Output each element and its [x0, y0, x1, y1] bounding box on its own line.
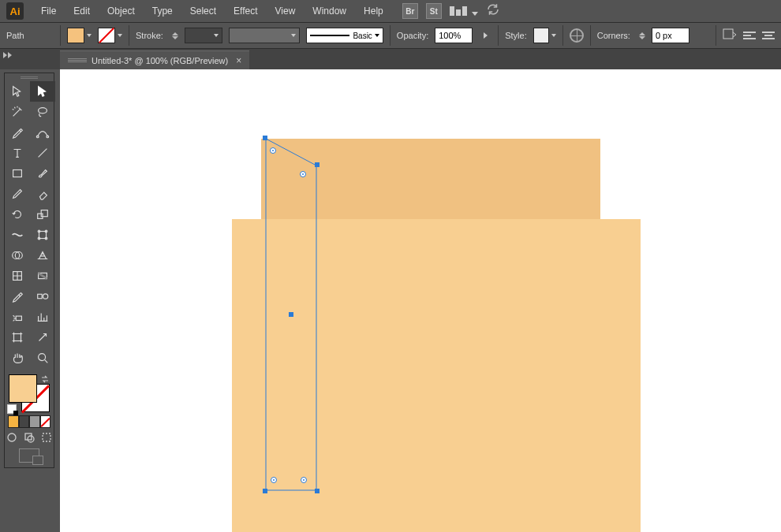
anchor-point[interactable]: [263, 489, 267, 493]
anchor-point[interactable]: [315, 489, 320, 493]
paintbrush-tool[interactable]: [30, 163, 55, 184]
menu-help[interactable]: Help: [356, 2, 391, 20]
menu-file[interactable]: File: [33, 2, 64, 20]
corners-label: Corners:: [597, 31, 630, 40]
symbol-sprayer-tool[interactable]: [5, 307, 30, 327]
svg-point-1: [39, 108, 47, 113]
anchor-point[interactable]: [315, 162, 320, 167]
tools-panel: [4, 73, 54, 468]
lasso-tool[interactable]: [30, 102, 55, 122]
zoom-tool[interactable]: [30, 348, 55, 368]
tab-grip-icon: [68, 58, 87, 63]
menu-effect[interactable]: Effect: [226, 2, 265, 20]
variable-width-profile-dropdown[interactable]: [229, 28, 300, 43]
mesh-tool[interactable]: [5, 266, 30, 286]
live-corner-widget[interactable]: [300, 171, 306, 177]
color-mode-color[interactable]: [8, 415, 19, 428]
menu-type[interactable]: Type: [144, 2, 181, 20]
menu-object[interactable]: Object: [99, 2, 143, 20]
swap-fill-stroke-icon[interactable]: [40, 373, 50, 382]
eyedropper-tool[interactable]: [5, 286, 30, 307]
center-point[interactable]: [289, 312, 293, 317]
svg-point-21: [8, 433, 16, 441]
fill-swatch[interactable]: [67, 28, 92, 43]
stock-button[interactable]: St: [426, 3, 442, 19]
stroke-weight-dropdown[interactable]: [185, 28, 222, 43]
arrange-documents-button[interactable]: [450, 6, 478, 16]
menu-select[interactable]: Select: [182, 2, 224, 20]
color-mode-gray[interactable]: [29, 415, 40, 428]
column-graph-tool[interactable]: [30, 307, 55, 327]
blend-tool[interactable]: [30, 286, 55, 307]
perspective-grid-tool[interactable]: [30, 245, 55, 266]
corners-stepper[interactable]: [639, 32, 645, 39]
menu-edit[interactable]: Edit: [65, 2, 98, 20]
opacity-field[interactable]: 100%: [435, 28, 473, 43]
expand-panels-button[interactable]: [0, 49, 14, 61]
stroke-weight-stepper[interactable]: [172, 32, 178, 39]
svg-point-20: [39, 354, 46, 361]
align-center-button[interactable]: [762, 29, 775, 42]
artboard-tool[interactable]: [5, 327, 30, 348]
isolate-button[interactable]: [723, 28, 737, 43]
pen-tool[interactable]: [5, 122, 30, 143]
stroke-swatch[interactable]: [98, 28, 122, 43]
svg-rect-16: [38, 294, 42, 298]
live-corner-widget[interactable]: [270, 147, 276, 154]
rectangle-tool[interactable]: [5, 163, 30, 184]
magic-wand-tool[interactable]: [5, 102, 30, 122]
gradient-tool[interactable]: [30, 266, 55, 286]
draw-behind-icon[interactable]: [23, 431, 36, 444]
bridge-button[interactable]: Br: [402, 3, 418, 19]
width-tool[interactable]: [5, 225, 30, 245]
document-tab[interactable]: Untitled-3* @ 100% (RGB/Preview) ×: [60, 50, 249, 69]
live-corner-widget[interactable]: [301, 477, 307, 483]
fill-color-swatch[interactable]: [9, 374, 37, 403]
menu-view[interactable]: View: [267, 2, 304, 20]
menu-bar: Ai File Edit Object Type Select Effect V…: [0, 0, 781, 22]
curvature-tool[interactable]: [30, 122, 55, 143]
opacity-label: Opacity:: [397, 31, 428, 40]
sync-settings-icon[interactable]: [486, 2, 500, 20]
recolor-artwork-icon[interactable]: [570, 28, 584, 43]
align-left-button[interactable]: [743, 29, 756, 42]
close-tab-button[interactable]: ×: [236, 55, 241, 66]
style-label: Style:: [505, 31, 527, 40]
brush-definition-dropdown[interactable]: Basic: [306, 28, 383, 43]
free-transform-tool[interactable]: [30, 225, 55, 245]
hand-tool[interactable]: [5, 348, 30, 368]
corners-field[interactable]: 0 px: [652, 28, 689, 43]
canvas[interactable]: [60, 69, 781, 532]
fill-stroke-control[interactable]: [7, 373, 51, 414]
line-segment-tool[interactable]: [30, 143, 55, 163]
shape-builder-tool[interactable]: [5, 245, 30, 266]
type-tool[interactable]: [5, 143, 30, 163]
document-tab-bar: Untitled-3* @ 100% (RGB/Preview) ×: [0, 49, 781, 69]
stroke-label: Stroke:: [136, 31, 163, 40]
document-title: Untitled-3* @ 100% (RGB/Preview): [92, 56, 228, 65]
draw-mode-row: [5, 431, 54, 444]
pencil-tool[interactable]: [5, 184, 30, 204]
color-mode-row: [8, 415, 50, 428]
graphic-style-dropdown[interactable]: [533, 28, 556, 43]
default-fill-stroke-icon[interactable]: [7, 404, 17, 414]
color-mode-none[interactable]: [40, 415, 51, 428]
anchor-point[interactable]: [263, 136, 267, 140]
live-corner-widget[interactable]: [271, 477, 277, 483]
rotate-tool[interactable]: [5, 204, 30, 225]
scale-tool[interactable]: [30, 204, 55, 225]
panel-grip-icon[interactable]: [5, 73, 54, 81]
direct-selection-tool[interactable]: [30, 81, 55, 102]
brush-stroke-icon: [310, 35, 350, 36]
opacity-flyout[interactable]: [479, 28, 491, 43]
selection-tool[interactable]: [5, 81, 30, 102]
color-mode-gradient[interactable]: [19, 415, 30, 428]
draw-normal-icon[interactable]: [6, 431, 18, 444]
selected-path[interactable]: [264, 137, 320, 497]
svg-rect-4: [13, 170, 22, 177]
eraser-tool[interactable]: [30, 184, 55, 204]
slice-tool[interactable]: [30, 327, 55, 348]
screen-mode-button[interactable]: [5, 448, 54, 463]
menu-window[interactable]: Window: [305, 2, 354, 20]
draw-inside-icon[interactable]: [40, 431, 53, 444]
